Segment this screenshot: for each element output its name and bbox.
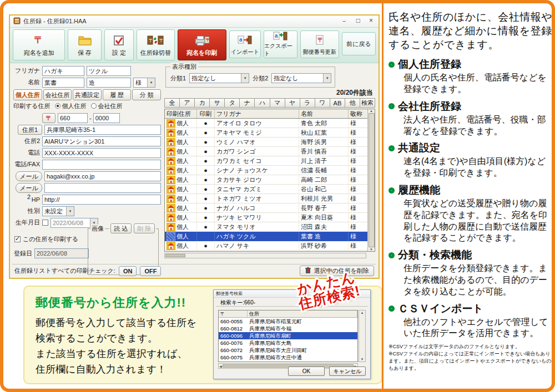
index-tab[interactable]: カ (195, 98, 210, 108)
address-row[interactable]: 個人 ハガキ ツクル 葉書 造 様 (165, 232, 367, 241)
address-row[interactable]: 個人 ● タニヤマ カズミ 谷山 和己 様 (165, 185, 367, 194)
print-address-button[interactable]: 〒 宛名を印刷 (178, 29, 226, 60)
zip-search-button[interactable]: 〒 (42, 113, 56, 123)
radio-personal[interactable] (55, 103, 60, 109)
tab-category[interactable]: 分 類 (132, 89, 161, 100)
close-button[interactable]: × (369, 17, 373, 26)
address-row[interactable]: 個人 ● カガワ シンゴ 香川 慎吾 様 (165, 147, 367, 156)
hp-field[interactable]: http:// (42, 195, 161, 205)
table-vertical-scrollbar[interactable]: ▲ ▼ (367, 109, 375, 251)
furigana-sei-field[interactable]: ハガキ (42, 66, 84, 76)
save-button[interactable]: 保 存 (68, 29, 102, 60)
addr2-field[interactable]: AIARUマンション301 (42, 136, 161, 146)
birth-checkbox[interactable] (42, 220, 48, 226)
chevron-down-icon[interactable]: ▼ (66, 207, 74, 216)
address-row[interactable]: 個人 ● カワカミ セイコ 川上 清子 様 (165, 156, 367, 166)
zip-col-header[interactable]: 〒 (219, 310, 248, 317)
scroll-left-icon[interactable]: ◀ (219, 364, 222, 368)
index-tab[interactable]: 全 (164, 98, 180, 108)
cancel-button[interactable]: キャンセル (329, 366, 366, 376)
index-tab[interactable]: ラ (300, 98, 315, 108)
index-tab[interactable]: サ (210, 98, 225, 108)
col-print-header[interactable]: 印刷 (197, 109, 215, 118)
tel-field[interactable]: XXX-XXXX-XXXX (42, 148, 161, 158)
name-mei-field[interactable]: 造 (87, 78, 131, 88)
chevron-down-icon[interactable]: ▼ (241, 74, 249, 83)
col-kana-header[interactable]: フリガナ (215, 109, 299, 118)
zip-row[interactable]: 660-0812 兵庫県尼崎市今福 (219, 325, 357, 332)
address-row[interactable]: 個人 ● トネガワ ミツオ 利根川 光男 様 (165, 194, 367, 203)
address-row[interactable]: 個人 ● ウミノ ハマオ 海野 浜男 様 (165, 138, 367, 147)
zip1-field[interactable]: 660 (58, 113, 88, 123)
index-tab[interactable]: 検索 (360, 98, 375, 108)
image-load-button[interactable]: 読 込 (110, 223, 132, 233)
index-tab[interactable]: ハ (255, 98, 270, 108)
tab-company-address[interactable]: 会社住所 (43, 89, 72, 100)
index-tab[interactable]: ワ (315, 98, 330, 108)
add-address-button[interactable]: 〒 宛名を追加 (13, 29, 65, 60)
dialog-vertical-scrollbar[interactable]: ▲ ▼ (359, 310, 366, 362)
delete-selected-button[interactable]: 選択中の住所を削除 (300, 266, 374, 276)
scroll-down-icon[interactable]: ▼ (370, 248, 373, 251)
address-row[interactable]: 個人 ● アキヤマ モミジ 秋山 紅葉 様 (165, 128, 367, 138)
address-row[interactable]: 個人 ● ナツキ ヒマワリ 夏木 向日葵 様 (165, 213, 367, 222)
index-tab[interactable]: AB (330, 98, 345, 108)
tab-personal-address[interactable]: 個人住所 (13, 89, 42, 100)
gender-select[interactable]: 未設定 ▼ (42, 206, 74, 216)
mail1-button[interactable]: メール1 (16, 171, 42, 181)
radio-company[interactable] (91, 103, 97, 109)
zip-row[interactable]: 660-0076 兵庫県尼崎市大島 (219, 339, 357, 347)
index-tab[interactable]: マ (270, 98, 285, 108)
zip-row[interactable]: 660-0096 兵庫県尼崎市扇町 (219, 332, 357, 339)
zip-row[interactable]: 660-0075 兵庫県尼崎市大庄中通 (219, 354, 357, 361)
maximize-button[interactable]: □ (356, 17, 360, 26)
table-horizontal-scrollbar[interactable] (164, 253, 366, 258)
image-delete-button[interactable]: 削 除 (134, 223, 155, 233)
furigana-mei-field[interactable]: ツクル (87, 66, 131, 76)
mail2-field[interactable] (44, 183, 161, 193)
cat2-select[interactable]: 指定なし ▼ (271, 73, 331, 83)
print-this-checkbox[interactable] (14, 236, 21, 242)
import-button[interactable]: a インポート (229, 30, 261, 58)
scroll-up-icon[interactable]: ▲ (370, 109, 373, 113)
address-row[interactable]: 個人 ● シナノ チョウスケ 信濃 長輔 様 (165, 166, 367, 175)
zip-update-button[interactable]: 〒 郵便番号更新 (300, 30, 340, 58)
col-name-header[interactable]: 名前 (299, 109, 349, 118)
scroll-thumb[interactable] (369, 113, 375, 247)
index-tab[interactable]: 他 (345, 98, 360, 108)
scroll-thumb[interactable] (165, 254, 185, 257)
ok-button[interactable]: OK (288, 366, 325, 376)
index-tab[interactable]: ヤ (285, 98, 300, 108)
name-sei-field[interactable]: 葉書 (42, 78, 84, 88)
zip-row[interactable]: 660-0077 兵庫県尼崎市大庄西町 (219, 361, 357, 362)
mail1-field[interactable]: hagaki@xxx.co.jp (44, 171, 161, 181)
address-row[interactable]: 個人 ● タカサキ ジロウ 高崎 二郎 様 (165, 175, 367, 185)
settings-button[interactable]: 設 定 (104, 29, 134, 60)
index-tab[interactable]: ア (180, 98, 195, 108)
back-button[interactable]: 前に戻る (342, 32, 376, 55)
chevron-down-icon[interactable]: ▼ (323, 74, 331, 83)
scroll-up-icon[interactable]: ▲ (361, 311, 364, 314)
address-row[interactable]: 個人 ● ナガノ ハルコ 長野 春子 様 (165, 203, 367, 213)
address-row[interactable]: 個人 ● ハマノ サキ 浜野 砂希 様 (165, 241, 367, 251)
addr-col-header[interactable]: 住所 (248, 310, 357, 317)
mail2-button[interactable]: メール2 (16, 183, 42, 193)
print-check-on-button[interactable]: ON (119, 266, 137, 276)
col-title-header[interactable]: 敬称 (349, 109, 367, 118)
address-row[interactable]: 個人 ● アオイロ タロウ 青色 太郎 様 (165, 119, 367, 128)
index-tab[interactable]: ナ (240, 98, 255, 108)
col-addr-header[interactable]: 印刷住所 (165, 109, 197, 118)
zip-row[interactable]: 660-0055 兵庫県尼崎市稲葉元町 (219, 318, 357, 325)
zip-row[interactable]: 660-0072 兵庫県尼崎市大庄川田町 (219, 347, 357, 354)
chevron-down-icon[interactable]: ▼ (147, 78, 155, 87)
honorific-select[interactable]: 様 ▼ (133, 78, 155, 88)
zip2-field[interactable]: 0000 (93, 113, 120, 123)
export-button[interactable]: a エクスポート (264, 30, 297, 58)
addr1-button[interactable]: 住所1 (18, 125, 42, 135)
tab-common-settings[interactable]: 共通設定 (73, 89, 102, 100)
addr1-field[interactable]: 兵庫県尼崎市35-1 (44, 125, 161, 135)
print-check-off-button[interactable]: OFF (140, 266, 161, 276)
switch-book-button[interactable]: 〒〒 住所録切替 (137, 29, 175, 60)
minimize-button[interactable]: － (341, 17, 347, 26)
tab-history[interactable]: 履 歴 (103, 89, 132, 100)
